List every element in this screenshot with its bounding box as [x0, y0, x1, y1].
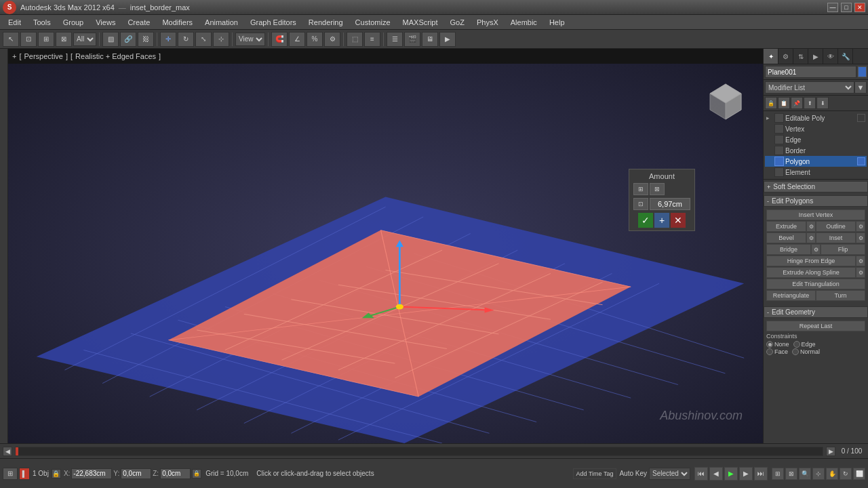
mod-check-element[interactable] — [774, 167, 784, 177]
tb-snap-icon[interactable]: 🧲 — [271, 32, 288, 47]
inset-button[interactable]: Inset — [816, 232, 856, 243]
menu-create[interactable]: Create — [122, 17, 155, 28]
goto-end-btn[interactable]: ⏭ — [754, 467, 768, 481]
bridge-button[interactable]: Bridge — [766, 244, 811, 255]
menu-group[interactable]: Group — [58, 17, 90, 28]
timeline-track[interactable] — [15, 447, 823, 456]
tb-scene-icon[interactable]: 🎬 — [404, 32, 420, 47]
outline-button[interactable]: Outline — [816, 221, 856, 232]
mod-icon-4[interactable]: ⬆ — [804, 97, 816, 109]
tb-transform-icon[interactable]: ⊹ — [213, 32, 229, 47]
next-frame-btn[interactable]: ▶ — [739, 467, 753, 481]
zoom-extents-all-btn[interactable]: ⊠ — [785, 468, 797, 480]
menu-views[interactable]: Views — [90, 17, 121, 28]
mod-check-edge[interactable] — [774, 135, 784, 144]
menu-maxscript[interactable]: MAXScript — [397, 17, 443, 28]
menu-customize[interactable]: Customize — [350, 17, 396, 28]
zoom-all-btn[interactable]: ⊹ — [812, 468, 825, 480]
menu-tools[interactable]: Tools — [28, 17, 56, 28]
extrude-spline-button[interactable]: Extrude Along Spline — [766, 267, 856, 278]
bevel-settings-btn[interactable]: ⚙ — [806, 232, 816, 243]
add-time-tag-button[interactable]: Add Time Tag — [573, 468, 617, 479]
view-select[interactable]: View — [235, 33, 265, 46]
tb-region-select-icon[interactable]: ⊡ — [20, 32, 37, 47]
mod-icon-2[interactable]: 📋 — [778, 97, 790, 109]
extrude-spline-settings-btn[interactable]: ⚙ — [856, 267, 865, 278]
tb-quick-render-icon[interactable]: ▶ — [439, 32, 456, 47]
rp-tab-hierarchy[interactable]: ⇅ — [793, 49, 808, 64]
menu-modifiers[interactable]: Modifiers — [157, 17, 198, 28]
modifier-list-expand[interactable]: ▼ — [854, 81, 867, 94]
inset-settings-btn[interactable]: ⚙ — [856, 232, 865, 243]
rp-tab-utilities[interactable]: 🔧 — [838, 49, 853, 64]
inset-group-btn[interactable]: ⊞ — [633, 183, 648, 195]
zoom-btn[interactable]: 🔍 — [799, 468, 811, 480]
mod-check-polygon[interactable] — [774, 157, 784, 166]
mod-check-border[interactable] — [774, 146, 784, 155]
constraint-face-radio[interactable]: Face — [766, 348, 788, 355]
mod-icon-1[interactable]: 🔒 — [765, 97, 777, 109]
menu-alembic[interactable]: Alembic — [505, 17, 542, 28]
tb-scale-icon[interactable]: ⤡ — [195, 32, 212, 47]
hinge-from-edge-button[interactable]: Hinge From Edge — [766, 256, 856, 266]
vp-ctrl-pan[interactable]: ⊞ — [3, 468, 18, 480]
tb-unlink-icon[interactable]: ⛓ — [138, 32, 154, 47]
lock-icon[interactable]: 🔒 — [52, 469, 61, 479]
menu-animation[interactable]: Animation — [199, 17, 243, 28]
tb-align-icon[interactable]: ≡ — [364, 32, 380, 47]
extrude-settings-btn[interactable]: ⚙ — [806, 221, 816, 232]
tb-spinner-snap-icon[interactable]: ⚙ — [324, 32, 340, 47]
goto-start-btn[interactable]: ⏮ — [694, 467, 708, 481]
retriangulate-button[interactable]: Retriangulate — [766, 290, 816, 301]
tb-select-object-icon[interactable]: ▧ — [102, 32, 119, 47]
tb-move-icon[interactable]: ✛ — [160, 32, 176, 47]
edit-geometry-header[interactable]: - Edit Geometry — [764, 306, 868, 318]
tb-rotate-icon[interactable]: ↻ — [178, 32, 194, 47]
viewport[interactable]: + [ Perspective ] [ Realistic + Edged Fa… — [8, 49, 763, 443]
mod-item-polygon[interactable]: Polygon — [765, 156, 867, 167]
x-input[interactable] — [71, 468, 112, 479]
mod-item-vertex[interactable]: Vertex — [765, 123, 867, 134]
flip-button[interactable]: Flip — [821, 244, 865, 255]
repeat-last-button[interactable]: Repeat Last — [766, 321, 865, 331]
rp-tab-create[interactable]: ✦ — [764, 49, 778, 64]
mod-item-edge[interactable]: Edge — [765, 134, 867, 145]
inset-by-poly-btn[interactable]: ⊠ — [650, 183, 665, 195]
outline-settings-btn[interactable]: ⚙ — [856, 221, 865, 232]
tb-select-icon[interactable]: ↖ — [3, 32, 19, 47]
rp-tab-modify[interactable]: ⚙ — [778, 49, 793, 64]
object-name-input[interactable] — [765, 66, 856, 78]
edit-polygons-header[interactable]: - Edit Polygons — [764, 195, 868, 207]
bridge-settings-btn[interactable]: ⚙ — [811, 244, 821, 255]
prev-frame-btn[interactable]: ◀ — [709, 467, 723, 481]
tb-mirror-icon[interactable]: ⬚ — [347, 32, 363, 47]
timeline-next-button[interactable]: ▶ — [826, 447, 835, 456]
vp-ctrl-frame[interactable]: ▌ — [19, 468, 30, 480]
orbit-btn[interactable]: ↻ — [840, 468, 852, 480]
mod-check-1[interactable] — [774, 113, 784, 123]
menu-goz[interactable]: GoZ — [445, 17, 470, 28]
maximize-vp-btn[interactable]: ⬜ — [853, 468, 865, 480]
hinge-settings-btn[interactable]: ⚙ — [856, 256, 865, 266]
tb-angle-snap-icon[interactable]: ∠ — [289, 32, 305, 47]
zoom-extents-btn[interactable]: ⊞ — [772, 468, 784, 480]
mod-item-border[interactable]: Border — [765, 145, 867, 156]
viewport-gizmo[interactable] — [702, 77, 749, 125]
maximize-button[interactable]: □ — [841, 3, 852, 12]
mod-item-element[interactable]: Element — [765, 167, 867, 178]
rp-tab-motion[interactable]: ▶ — [808, 49, 823, 64]
menu-physx[interactable]: PhysX — [471, 17, 504, 28]
tb-all-icon[interactable]: ⊠ — [56, 32, 72, 47]
coord-lock-btn[interactable]: 🔒 — [192, 469, 201, 479]
z-input[interactable] — [160, 468, 191, 479]
mod-icon-3[interactable]: 📌 — [791, 97, 803, 109]
inset-value-input[interactable] — [650, 198, 690, 210]
pan-btn[interactable]: ✋ — [826, 468, 838, 480]
extrude-button[interactable]: Extrude — [766, 221, 806, 232]
inset-ok-button[interactable]: ✓ — [638, 213, 653, 228]
menu-graph-editors[interactable]: Graph Editors — [245, 17, 302, 28]
mod-item-editable-poly[interactable]: ▸ Editable Poly — [765, 113, 867, 123]
soft-selection-header[interactable]: + Soft Selection — [764, 181, 868, 192]
inset-type-icon[interactable]: ⊡ — [633, 198, 648, 210]
modifier-list-select[interactable]: Modifier List — [765, 81, 854, 94]
